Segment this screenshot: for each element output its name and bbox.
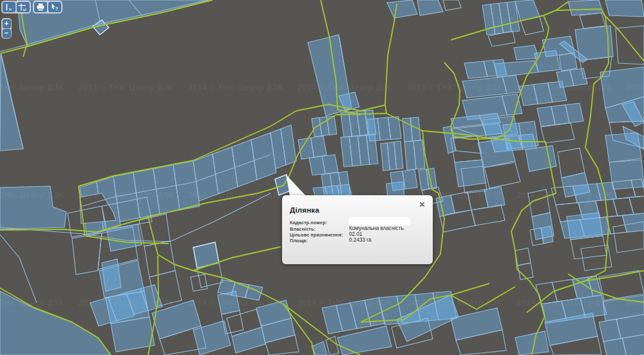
svg-text:2014 © ТНК. Центр ДЗК: 2014 © ТНК. Центр ДЗК bbox=[407, 298, 502, 307]
svg-text:2014 © ТНК. Центр ДЗК: 2014 © ТНК. Центр ДЗК bbox=[626, 298, 644, 307]
svg-text:2014 © ТНК. Центр ДЗК: 2014 © ТНК. Центр ДЗК bbox=[188, 298, 283, 307]
svg-text:м²: м² bbox=[23, 8, 27, 12]
svg-text:?: ? bbox=[55, 6, 58, 11]
svg-text:2014 © ТНК. Центр ДЗК: 2014 © ТНК. Центр ДЗК bbox=[79, 83, 173, 92]
svg-text:2014 © ТНК. Центр ДЗК: 2014 © ТНК. Центр ДЗК bbox=[516, 191, 611, 200]
svg-text:2014 © ТНК. Центр ДЗК: 2014 © ТНК. Центр ДЗК bbox=[298, 298, 392, 307]
svg-text:2014 © ТНК. Центр ДЗК: 2014 © ТНК. Центр ДЗК bbox=[0, 191, 64, 200]
svg-text:м: м bbox=[9, 7, 12, 11]
svg-text:2014 © ТНК. Центр ДЗК: 2014 © ТНК. Центр ДЗК bbox=[79, 191, 173, 200]
svg-text:2014 © ТНК. Центр ДЗК: 2014 © ТНК. Центр ДЗК bbox=[516, 83, 611, 92]
svg-text:2014 © ТНК. Центр ДЗК: 2014 © ТНК. Центр ДЗК bbox=[516, 298, 611, 307]
svg-text:2014 © ТНК. Центр ДЗК: 2014 © ТНК. Центр ДЗК bbox=[0, 298, 64, 307]
svg-text:2014 © ТНК. Центр ДЗК: 2014 © ТНК. Центр ДЗК bbox=[626, 191, 644, 200]
svg-text:2014 © ТНК. Центр ДЗК: 2014 © ТНК. Центр ДЗК bbox=[188, 83, 283, 92]
svg-text:2014 © ТНК. Центр ДЗК: 2014 © ТНК. Центр ДЗК bbox=[298, 83, 392, 92]
svg-text:2014 © ТНК. Центр ДЗК: 2014 © ТНК. Центр ДЗК bbox=[0, 83, 64, 92]
svg-text:2014 © ТНК. Центр ДЗК: 2014 © ТНК. Центр ДЗК bbox=[79, 298, 173, 307]
svg-text:2014 © ТНК. Центр ДЗК: 2014 © ТНК. Центр ДЗК bbox=[407, 83, 502, 92]
svg-text:2014 © ТНК. Центр ДЗК: 2014 © ТНК. Центр ДЗК bbox=[626, 83, 644, 92]
svg-text:2014 © ТНК. Центр ДЗК: 2014 © ТНК. Центр ДЗК bbox=[188, 191, 283, 200]
